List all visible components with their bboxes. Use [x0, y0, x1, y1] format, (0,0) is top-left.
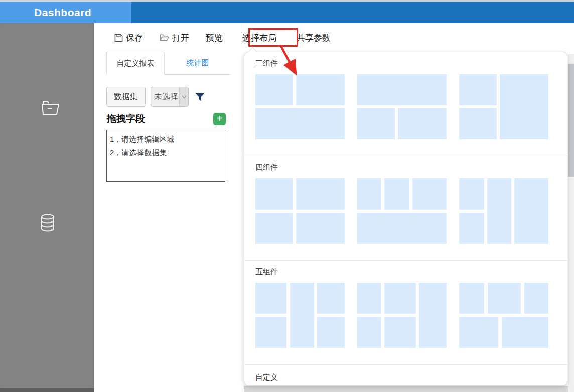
layout-block [290, 283, 314, 348]
layout-section-title: 三组件 [255, 58, 556, 68]
layout-block [317, 283, 345, 314]
layout-block [514, 178, 548, 244]
layout-block [524, 283, 548, 314]
layout-block [296, 178, 345, 210]
layout-block [459, 283, 484, 314]
layout-thumbnails-row [255, 178, 556, 260]
save-button[interactable]: 保存 [114, 32, 143, 44]
drag-fields-title: 拖拽字段 [107, 112, 145, 125]
layout-block [357, 74, 447, 105]
canvas-background [244, 386, 574, 392]
layout-block [357, 317, 381, 348]
layout-block [255, 178, 293, 210]
layout-block [459, 213, 484, 244]
layout-block [487, 178, 511, 244]
tab-chart[interactable]: 统计图 [165, 52, 231, 75]
layout-option-thumbnail[interactable] [255, 74, 345, 139]
left-sidebar [0, 23, 94, 388]
layout-block [384, 317, 415, 348]
layout-block [357, 283, 381, 314]
layout-block [459, 74, 497, 105]
preview-button[interactable]: 预览 [206, 32, 223, 44]
layout-block [357, 178, 381, 210]
dataset-select-value: 未选择 [151, 87, 179, 106]
layout-thumbnails-row [255, 283, 556, 364]
scrollbar-track[interactable] [568, 54, 574, 392]
layout-block [357, 108, 395, 139]
layout-option-thumbnail[interactable] [459, 178, 548, 244]
tab-custom-report[interactable]: 自定义报表 [106, 52, 165, 75]
floppy-icon [114, 34, 123, 42]
share-params-button[interactable]: 共享参数 [297, 32, 331, 44]
layout-section: 四组件 [244, 156, 567, 261]
layout-block [296, 74, 345, 105]
dataset-row: 数据集 未选择 [106, 87, 205, 107]
layout-option-thumbnail[interactable] [459, 74, 548, 139]
layout-block [384, 178, 409, 210]
layout-option-thumbnail[interactable] [255, 283, 345, 348]
dataset-button[interactable]: 数据集 [106, 87, 146, 107]
layout-option-thumbnail[interactable] [357, 74, 447, 139]
layout-dropdown-panel: 三组件四组件五组件 自定义 [244, 52, 567, 386]
app-title: Dashboard [0, 7, 91, 19]
toolbar: 保存 打开 预览 选择布局 共享参数 [94, 28, 347, 48]
layout-block [502, 317, 548, 348]
layout-section-title: 五组件 [255, 267, 556, 277]
layout-block [255, 317, 286, 348]
instruction-line: 2，请选择数据集 [110, 146, 222, 159]
layout-block [296, 213, 345, 244]
instruction-box: 1，请选择编辑区域 2，请选择数据集 [106, 130, 225, 182]
dataset-select[interactable]: 未选择 [151, 87, 189, 107]
layout-block [255, 283, 286, 314]
select-layout-label: 选择布局 [242, 32, 276, 44]
open-label: 打开 [172, 32, 189, 44]
open-button[interactable]: 打开 [160, 32, 189, 44]
add-field-button[interactable]: + [213, 113, 226, 125]
app-header: Dashboard [0, 2, 574, 23]
chevron-down-icon [179, 87, 188, 106]
select-layout-button[interactable]: 选择布局 [242, 32, 276, 44]
layout-block [317, 317, 345, 348]
layout-block [255, 213, 293, 244]
layout-block [357, 213, 447, 244]
layout-section: 三组件 [244, 52, 567, 156]
layout-block [398, 108, 447, 139]
sidebar-bottom-edge [0, 388, 94, 392]
layout-block [459, 178, 484, 210]
custom-layout-option[interactable]: 自定义 [244, 365, 567, 386]
layout-option-thumbnail[interactable] [459, 283, 548, 348]
layout-block [384, 283, 415, 314]
scrollbar-thumb[interactable] [568, 64, 574, 177]
left-pane-tabs: 自定义报表 统计图 [106, 52, 231, 75]
preview-label: 预览 [206, 32, 223, 44]
layout-block [500, 74, 548, 139]
layout-block [255, 108, 345, 139]
layout-section-title: 四组件 [255, 162, 556, 172]
open-folder-icon [160, 34, 169, 42]
layout-block [255, 74, 293, 105]
folder-icon [40, 96, 60, 117]
sidebar-item-reports[interactable] [40, 96, 60, 117]
filter-button[interactable] [195, 92, 205, 102]
instruction-line: 1，请选择编辑区域 [110, 132, 222, 146]
layout-block [459, 317, 498, 348]
sidebar-item-datasets[interactable] [38, 213, 57, 233]
filter-funnel-icon [195, 92, 205, 102]
share-params-label: 共享参数 [297, 32, 331, 44]
app-header-bar [131, 2, 574, 23]
database-icon [38, 213, 57, 233]
layout-option-thumbnail[interactable] [255, 178, 345, 244]
layout-block [419, 283, 447, 348]
layout-option-thumbnail[interactable] [357, 283, 447, 348]
layout-option-thumbnail[interactable] [357, 178, 447, 244]
app-header-brand: Dashboard [0, 2, 131, 23]
layout-thumbnails-row [255, 74, 556, 156]
layout-block [412, 178, 447, 210]
layout-block [488, 283, 521, 314]
layout-sections: 三组件四组件五组件 [244, 52, 567, 365]
save-label: 保存 [126, 32, 143, 44]
layout-block [459, 108, 497, 139]
layout-section: 五组件 [244, 261, 567, 365]
